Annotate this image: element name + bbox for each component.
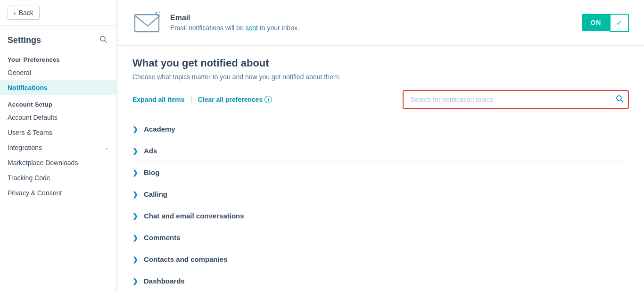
topic-name: Blog [144, 168, 159, 176]
sidebar-item-integrations[interactable]: Integrations ⌄ [0, 140, 116, 155]
topic-name: Comments [144, 234, 181, 242]
topic-chevron-icon: ❯ [132, 147, 138, 155]
topic-name: Dashboards [144, 277, 185, 285]
topic-name: Chat and email conversations [144, 212, 244, 220]
sidebar-item-account-defaults-label: Account Defaults [8, 114, 58, 121]
check-button[interactable]: ✓ [610, 14, 629, 32]
clear-all-link[interactable]: Clear all preferences i [198, 96, 272, 103]
sidebar-item-integrations-label: Integrations [8, 144, 42, 151]
email-banner-text: Email Email notifications will be sent t… [170, 14, 575, 32]
topic-list-item[interactable]: ❯ Contacts and companies [132, 249, 629, 270]
email-subtitle-after: to your inbox. [260, 24, 299, 32]
topic-chevron-icon: ❯ [132, 169, 138, 176]
topic-chevron-icon: ❯ [132, 125, 138, 133]
sidebar-section-account-setup: Account Setup [0, 95, 116, 110]
section-subtitle: Choose what topics matter to you and how… [132, 73, 629, 81]
topic-list-item[interactable]: ❯ Calling [132, 184, 629, 205]
separator: | [190, 95, 192, 104]
sidebar-search-button[interactable] [98, 33, 109, 47]
topic-list-item[interactable]: ❯ Chat and email conversations [132, 205, 629, 227]
notification-search-input[interactable] [403, 90, 629, 109]
main-content: ✦ ✦ ✦ Email Email notifications will be … [117, 0, 644, 292]
sidebar-item-tracking-code[interactable]: Tracking Code [0, 170, 116, 185]
svg-text:✦: ✦ [158, 11, 160, 13]
sidebar-item-general-label: General [8, 69, 31, 76]
topic-chevron-icon: ❯ [132, 234, 138, 242]
email-envelope-icon: ✦ ✦ ✦ [133, 11, 162, 34]
sidebar: ‹ Back Settings Your Preferences General… [0, 0, 117, 292]
sidebar-section-your-preferences: Your Preferences [0, 50, 116, 65]
sidebar-item-users-teams[interactable]: Users & Teams [0, 125, 116, 140]
section-title: What you get notified about [132, 57, 629, 69]
topic-name: Calling [144, 190, 167, 198]
sidebar-item-users-teams-label: Users & Teams [8, 129, 52, 136]
email-banner-title: Email [170, 14, 575, 22]
sidebar-item-privacy-consent[interactable]: Privacy & Consent [0, 185, 116, 200]
topic-name: Academy [144, 125, 175, 133]
topic-chevron-icon: ❯ [132, 256, 138, 263]
info-icon[interactable]: i [264, 96, 272, 103]
integrations-chevron-icon: ⌄ [104, 144, 109, 151]
back-label: Back [19, 9, 33, 17]
actions-row: Expand all items | Clear all preferences… [132, 90, 629, 109]
sidebar-title: Settings [8, 35, 41, 45]
email-banner: ✦ ✦ ✦ Email Email notifications will be … [117, 0, 644, 46]
sidebar-header: Settings [0, 26, 116, 50]
topic-chevron-icon: ❯ [132, 191, 138, 198]
sidebar-item-privacy-consent-label: Privacy & Consent [8, 189, 62, 197]
svg-text:✦: ✦ [157, 15, 158, 17]
topic-list-item[interactable]: ❯ Blog [132, 162, 629, 184]
topic-list-item[interactable]: ❯ Academy [132, 118, 629, 140]
sidebar-item-account-defaults[interactable]: Account Defaults [0, 110, 116, 125]
expand-all-link[interactable]: Expand all items [132, 96, 184, 103]
sidebar-back-section: ‹ Back [0, 0, 116, 26]
on-button[interactable]: ON [582, 14, 610, 31]
notification-content: What you get notified about Choose what … [117, 46, 644, 292]
clear-all-label: Clear all preferences [198, 96, 263, 103]
topic-name: Ads [144, 147, 157, 155]
sidebar-item-notifications-label: Notifications [8, 84, 48, 92]
sidebar-item-marketplace-downloads-label: Marketplace Downloads [8, 159, 78, 167]
topic-name: Contacts and companies [144, 255, 228, 263]
sidebar-item-notifications[interactable]: Notifications [0, 80, 116, 95]
svg-rect-2 [135, 15, 159, 32]
email-subtitle-before: Email notifications will be [170, 24, 244, 32]
email-banner-subtitle: Email notifications will be sent to your… [170, 24, 575, 32]
check-icon: ✓ [616, 18, 622, 27]
svg-line-1 [105, 41, 107, 42]
topic-list-item[interactable]: ❯ Ads [132, 140, 629, 162]
sidebar-item-tracking-code-label: Tracking Code [8, 174, 50, 182]
topic-list-item[interactable]: ❯ Dashboards [132, 270, 629, 292]
topic-chevron-icon: ❯ [132, 277, 138, 285]
sidebar-item-general[interactable]: General [0, 65, 116, 80]
search-wrap [403, 90, 629, 109]
email-icon-wrap: ✦ ✦ ✦ [132, 8, 163, 38]
topic-list: ❯ Academy ❯ Ads ❯ Blog ❯ Calling ❯ Chat … [132, 118, 629, 292]
topic-chevron-icon: ❯ [132, 212, 138, 220]
search-icon [99, 35, 107, 43]
back-chevron-icon: ‹ [14, 9, 16, 17]
email-toggle[interactable]: ON ✓ [582, 14, 629, 32]
topic-list-item[interactable]: ❯ Comments [132, 227, 629, 249]
back-button[interactable]: ‹ Back [8, 6, 40, 20]
email-subtitle-highlight: sent [246, 24, 258, 32]
sidebar-item-marketplace-downloads[interactable]: Marketplace Downloads [0, 155, 116, 170]
